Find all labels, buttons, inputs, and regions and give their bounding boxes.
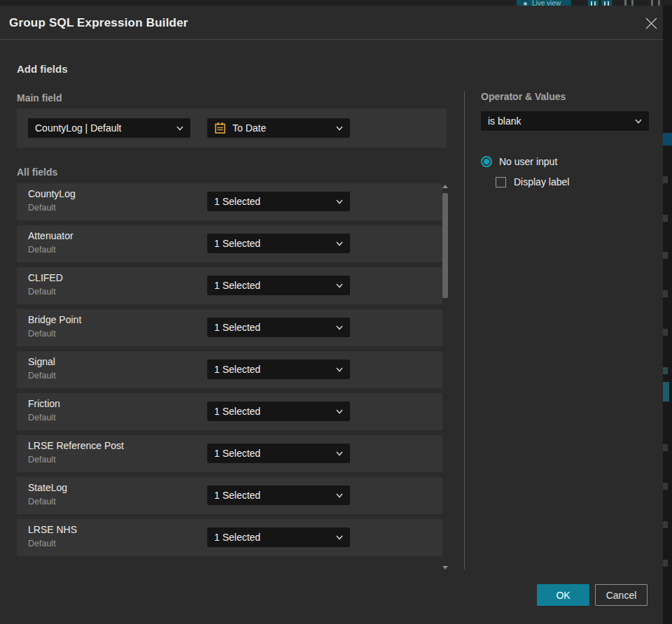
fields-scrollbar[interactable] <box>440 180 450 574</box>
chevron-down-icon <box>336 493 343 498</box>
field-subtitle: Default <box>28 413 56 423</box>
toolbar-icon <box>624 0 626 6</box>
field-row: LRSE Reference Post Default 1 Selected <box>17 435 442 472</box>
cancel-button[interactable]: Cancel <box>595 584 648 606</box>
dialog-title: Group SQL Expression Builder <box>9 6 188 40</box>
field-values-select[interactable]: 1 Selected <box>207 234 350 253</box>
chevron-down-icon <box>336 409 343 414</box>
operator-select-value: is blank <box>488 115 629 127</box>
field-subtitle: Default <box>28 539 56 548</box>
field-row: Bridge Point Default 1 Selected <box>17 309 442 346</box>
field-values-select[interactable]: 1 Selected <box>207 318 350 337</box>
chevron-down-icon <box>336 126 343 131</box>
operator-values-label: Operator & Values <box>481 91 649 102</box>
add-fields-heading: Add fields <box>17 63 68 75</box>
field-row: Attenuator Default 1 Selected <box>17 225 442 262</box>
live-view-label: Live view <box>532 0 561 6</box>
all-fields-label: All fields <box>17 166 57 178</box>
chevron-down-icon <box>336 451 343 456</box>
field-values-select-value: 1 Selected <box>214 406 330 417</box>
scrollbar-thumb[interactable] <box>442 193 448 298</box>
field-values-select-value: 1 Selected <box>214 490 330 501</box>
chevron-down-icon <box>336 283 343 288</box>
background-app-toolbar: Live view <box>0 0 672 6</box>
ok-button[interactable]: OK <box>537 584 589 606</box>
field-subtitle: Default <box>28 203 56 213</box>
column-divider <box>464 91 465 569</box>
field-row: Friction Default 1 Selected <box>17 393 442 430</box>
field-subtitle: Default <box>28 455 56 465</box>
field-subtitle: Default <box>28 371 56 381</box>
all-fields-list: CountyLog Default 1 Selected Attenuator … <box>17 183 442 561</box>
chevron-down-icon <box>336 367 343 372</box>
operator-select[interactable]: is blank <box>481 111 649 131</box>
field-subtitle: Default <box>28 329 56 339</box>
group-sql-expression-builder-dialog: Group SQL Expression Builder Add fields … <box>0 6 663 624</box>
toolbar-button-icon[interactable] <box>601 0 612 6</box>
field-values-select-value: 1 Selected <box>214 238 330 249</box>
live-view-button[interactable]: Live view <box>517 0 571 6</box>
chevron-down-icon <box>336 325 343 330</box>
field-row: CountyLog Default 1 Selected <box>17 183 442 220</box>
main-field-select[interactable]: CountyLog | Default <box>28 118 190 138</box>
background-app-edge <box>663 6 672 624</box>
field-values-select-value: 1 Selected <box>214 532 330 543</box>
field-values-select-value: 1 Selected <box>214 364 330 375</box>
radio-icon[interactable] <box>481 156 492 167</box>
operator-values-panel: Operator & Values is blank No user input… <box>481 91 649 187</box>
chevron-down-icon <box>176 126 183 131</box>
field-row: Signal Default 1 Selected <box>17 351 442 388</box>
toolbar-icon <box>651 0 653 6</box>
field-name: CountyLog <box>28 188 76 199</box>
toolbar-button-icon[interactable] <box>588 0 598 6</box>
display-label-checkbox[interactable]: Display label <box>496 176 649 187</box>
field-name: Attenuator <box>28 230 74 241</box>
field-values-select[interactable]: 1 Selected <box>207 485 350 505</box>
chevron-down-icon <box>635 119 642 124</box>
main-field-label: Main field <box>17 92 62 104</box>
checkbox-icon[interactable] <box>496 177 506 187</box>
no-user-input-label: No user input <box>499 156 557 167</box>
field-row: LRSE NHS Default 1 Selected <box>17 519 442 556</box>
chevron-down-icon <box>336 535 343 540</box>
no-user-input-radio[interactable]: No user input <box>481 156 649 167</box>
field-name: Bridge Point <box>28 314 81 325</box>
field-name: Friction <box>28 398 60 409</box>
field-subtitle: Default <box>28 245 56 255</box>
field-values-select-value: 1 Selected <box>214 280 330 291</box>
display-label-label: Display label <box>514 176 569 187</box>
chevron-down-icon <box>336 241 343 246</box>
field-row: CLIFED Default 1 Selected <box>17 267 442 304</box>
field-name: CLIFED <box>28 272 63 283</box>
field-values-select-value: 1 Selected <box>214 322 330 333</box>
calendar-icon <box>214 122 226 134</box>
field-values-select-value: 1 Selected <box>214 196 330 207</box>
field-name: Signal <box>28 356 55 367</box>
field-values-select[interactable]: 1 Selected <box>207 402 350 421</box>
toolbar-icon <box>631 0 634 6</box>
chevron-down-icon <box>336 199 343 204</box>
field-subtitle: Default <box>28 497 56 506</box>
field-values-select[interactable]: 1 Selected <box>207 192 350 211</box>
main-field-date-select[interactable]: To Date <box>207 118 350 138</box>
field-name: LRSE Reference Post <box>28 440 124 451</box>
field-values-select-value: 1 Selected <box>214 448 330 459</box>
field-name: StateLog <box>28 482 67 493</box>
field-name: LRSE NHS <box>28 524 77 535</box>
field-values-select[interactable]: 1 Selected <box>207 276 350 295</box>
dialog-header: Group SQL Expression Builder <box>0 6 663 40</box>
scroll-down-icon[interactable] <box>442 566 448 569</box>
main-field-date-value: To Date <box>232 122 330 134</box>
field-values-select[interactable]: 1 Selected <box>207 527 350 547</box>
main-field-panel: CountyLog | Default To Date <box>17 108 447 148</box>
toolbar-icon <box>658 0 660 6</box>
field-row: StateLog Default 1 Selected <box>17 477 442 514</box>
scroll-up-icon[interactable] <box>442 185 448 188</box>
field-values-select[interactable]: 1 Selected <box>207 444 350 463</box>
close-icon[interactable] <box>643 15 659 31</box>
dialog-footer: OK Cancel <box>537 584 648 606</box>
field-subtitle: Default <box>28 287 56 297</box>
field-values-select[interactable]: 1 Selected <box>207 360 350 379</box>
main-field-select-value: CountyLog | Default <box>35 122 171 134</box>
